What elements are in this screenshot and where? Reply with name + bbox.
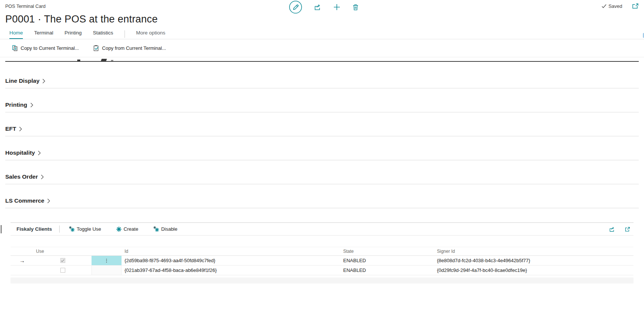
section-label: LS Commerce — [5, 197, 44, 204]
header-divider — [59, 225, 60, 233]
section-ls-commerce[interactable]: LS Commerce — [5, 184, 639, 208]
tab-printing[interactable]: Printing — [65, 30, 82, 39]
chevron-right-icon — [41, 175, 44, 179]
add-button[interactable] — [333, 3, 341, 11]
checkbox-unchecked — [60, 268, 65, 273]
row-options-cell[interactable] — [92, 256, 122, 265]
clipped-scroll-fragment — [5, 57, 639, 62]
saved-label: Saved — [608, 3, 622, 9]
fasttab-sections: Line Display Printing EFT Hospitality Sa… — [5, 62, 639, 284]
gears-toggle-icon — [69, 226, 75, 232]
signer-id-cell[interactable]: {8e808d7d-fc2d-4038-b4c3-4e49642b5f77} — [434, 258, 633, 263]
share-icon — [609, 226, 615, 233]
table-row[interactable]: {021ab397-67ad-4f58-baca-ab6e849f1f26} E… — [11, 266, 633, 275]
plus-icon — [333, 3, 341, 11]
vertical-ellipsis-icon — [106, 259, 107, 263]
col-state-header[interactable]: State — [340, 249, 434, 254]
tab-statistics[interactable]: Statistics — [93, 30, 113, 39]
fiskaly-share-button[interactable] — [609, 226, 615, 233]
tab-home[interactable]: Home — [9, 30, 23, 39]
page-title: P0001 · The POS at the entrance — [5, 13, 639, 25]
section-hospitality[interactable]: Hospitality — [5, 136, 639, 160]
fiskaly-clients-part: Fiskaly Clients Toggle Use Create — [11, 222, 633, 284]
chevron-right-icon — [38, 151, 41, 155]
section-label: Printing — [5, 102, 27, 108]
table-row[interactable]: → {2d59ba98-f875-4693-aa4f-50fd849c7fed}… — [11, 256, 633, 266]
disable-label: Disable — [161, 226, 177, 232]
copy-from-terminal-label: Copy from Current Terminal... — [102, 45, 166, 51]
checkmark-icon — [602, 4, 606, 8]
id-cell[interactable]: {021ab397-67ad-4f58-baca-ab6e849f1f26} — [122, 267, 340, 273]
chevron-right-icon — [30, 103, 33, 107]
section-line-display[interactable]: Line Display — [5, 64, 639, 88]
state-cell[interactable]: ENABLED — [340, 267, 434, 273]
left-edge-artifact — [1, 225, 2, 233]
toggle-use-button[interactable]: Toggle Use — [67, 226, 104, 232]
create-button[interactable]: Create — [114, 226, 141, 232]
row-options-cell[interactable] — [92, 266, 122, 275]
create-label: Create — [124, 226, 138, 232]
tab-terminal[interactable]: Terminal — [34, 30, 53, 39]
copy-to-terminal-label: Copy to Current Terminal... — [21, 45, 79, 51]
chevron-right-icon — [42, 79, 45, 84]
copy-documents-icon — [12, 45, 18, 51]
pencil-icon — [289, 0, 302, 14]
col-id-header[interactable]: Id — [122, 249, 340, 254]
clipped-text-mark — [77, 60, 80, 61]
ribbon-tabs: Home Terminal Printing Statistics More o… — [0, 30, 644, 39]
delete-button[interactable] — [352, 3, 359, 11]
section-label: EFT — [5, 125, 16, 132]
gears-disable-icon — [153, 226, 159, 232]
clipboard-check-icon — [93, 45, 99, 51]
fiskaly-header-icons — [609, 226, 633, 233]
table-header-row: Use Id State Signer Id — [11, 247, 633, 256]
section-sales-order[interactable]: Sales Order — [5, 160, 639, 184]
section-label: Hospitality — [5, 149, 35, 156]
saved-indicator: Saved — [602, 3, 622, 9]
tabs-divider — [125, 30, 125, 38]
save-status-area: Saved — [602, 3, 639, 9]
section-printing[interactable]: Printing — [5, 88, 639, 112]
asterisk-create-icon — [116, 227, 122, 232]
breadcrumb[interactable]: POS Terminal Card — [5, 4, 45, 9]
copy-from-terminal-button[interactable]: Copy from Current Terminal... — [91, 45, 168, 52]
fiskaly-actions: Toggle Use Create Disable — [67, 226, 180, 232]
edit-button[interactable] — [289, 0, 302, 14]
top-command-bar: POS Terminal Card — [0, 0, 644, 13]
list-filler-strip — [11, 278, 633, 284]
signer-id-cell[interactable]: {0d29fc9d-294f-4a7f-bc40-8cae0dfec19e} — [434, 267, 633, 273]
use-checkbox[interactable] — [34, 258, 92, 263]
pop-out-button[interactable] — [632, 3, 639, 9]
active-row-arrow-icon: → — [11, 257, 34, 264]
fiskaly-clients-title[interactable]: Fiskaly Clients — [17, 226, 52, 232]
trash-icon — [352, 3, 359, 11]
fiskaly-open-in-new-button[interactable] — [624, 226, 630, 232]
id-cell[interactable]: {2d59ba98-f875-4693-aa4f-50fd849c7fed} — [122, 258, 340, 263]
section-eft[interactable]: EFT — [5, 112, 639, 136]
open-in-new-icon — [624, 226, 630, 232]
copy-to-terminal-button[interactable]: Copy to Current Terminal... — [9, 45, 81, 52]
share-button[interactable] — [314, 3, 322, 11]
pop-out-icon — [632, 3, 639, 9]
record-action-icons — [289, 0, 359, 14]
col-signer-header[interactable]: Signer Id — [434, 249, 633, 254]
fiskaly-clients-header: Fiskaly Clients Toggle Use Create — [11, 223, 633, 236]
chevron-right-icon — [19, 127, 22, 131]
fiskaly-spacer — [11, 236, 633, 247]
clipped-text-mark — [111, 60, 113, 61]
section-label: Sales Order — [5, 173, 38, 180]
clipped-text-mark — [101, 59, 107, 61]
checkbox-checked — [60, 258, 65, 263]
action-bar: Copy to Current Terminal... Copy from Cu… — [0, 39, 644, 57]
toggle-use-label: Toggle Use — [77, 226, 101, 232]
share-icon — [314, 3, 322, 11]
section-label: Line Display — [5, 78, 39, 84]
chevron-right-icon — [47, 199, 50, 203]
state-cell[interactable]: ENABLED — [340, 258, 434, 263]
more-options[interactable]: More options — [136, 30, 165, 39]
disable-button[interactable]: Disable — [151, 226, 180, 232]
col-use-header[interactable]: Use — [34, 249, 92, 254]
use-checkbox[interactable] — [34, 268, 92, 273]
